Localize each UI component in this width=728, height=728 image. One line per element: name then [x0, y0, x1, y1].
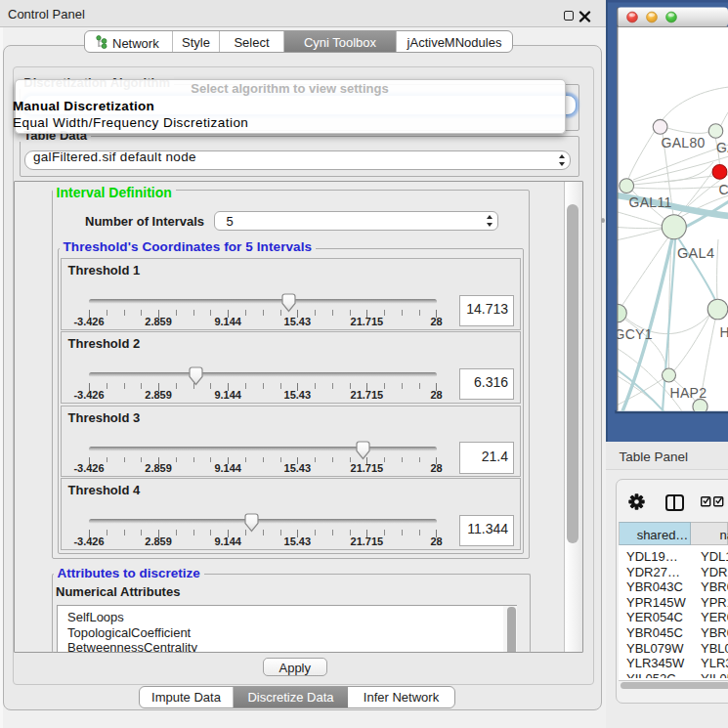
svg-text:GAL4: GAL4: [677, 245, 714, 261]
svg-text:GAL11: GAL11: [629, 194, 672, 210]
svg-text:GAL80: GAL80: [662, 135, 706, 150]
svg-text:C: C: [719, 182, 728, 197]
svg-text:H: H: [720, 324, 728, 340]
svg-text:HAP2: HAP2: [670, 385, 707, 401]
svg-text:GCY1: GCY1: [615, 326, 653, 342]
svg-text:GA: GA: [716, 140, 728, 155]
